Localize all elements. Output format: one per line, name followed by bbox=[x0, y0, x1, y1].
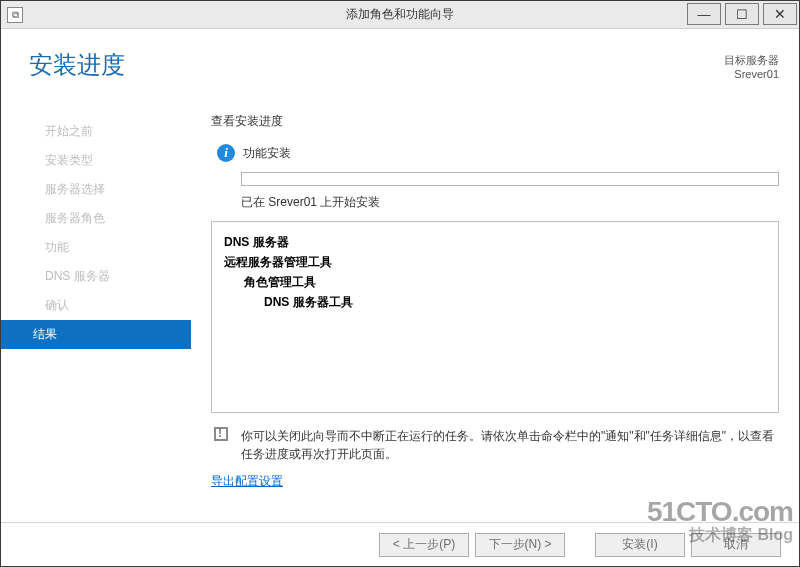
install-button[interactable]: 安装(I) bbox=[595, 533, 685, 557]
sidebar-step-begin: 开始之前 bbox=[1, 117, 191, 146]
body: 安装进度 目标服务器 Srever01 开始之前 安装类型 服务器选择 服务器角… bbox=[1, 29, 799, 522]
feature-item: 远程服务器管理工具 bbox=[224, 252, 766, 272]
note-row: ! 你可以关闭此向导而不中断正在运行的任务。请依次单击命令栏中的"通知"和"任务… bbox=[211, 427, 779, 463]
maximize-button[interactable]: ☐ bbox=[725, 3, 759, 25]
progress-message: 已在 Srever01 上开始安装 bbox=[241, 194, 779, 211]
sidebar-step-server-select: 服务器选择 bbox=[1, 175, 191, 204]
next-button[interactable]: 下一步(N) > bbox=[475, 533, 565, 557]
info-icon: i bbox=[217, 144, 235, 162]
view-progress-label: 查看安装进度 bbox=[211, 113, 779, 130]
sidebar-step-confirm: 确认 bbox=[1, 291, 191, 320]
features-box: DNS 服务器 远程服务器管理工具 角色管理工具 DNS 服务器工具 bbox=[211, 221, 779, 413]
page-title: 安装进度 bbox=[29, 49, 125, 81]
status-row: i 功能安装 bbox=[217, 144, 779, 162]
sidebar-step-dns: DNS 服务器 bbox=[1, 262, 191, 291]
app-icon: ⧉ bbox=[7, 7, 23, 23]
sidebar: 开始之前 安装类型 服务器选择 服务器角色 功能 DNS 服务器 确认 结果 bbox=[1, 99, 191, 522]
sidebar-step-server-roles: 服务器角色 bbox=[1, 204, 191, 233]
target-server-label: 目标服务器 bbox=[724, 53, 779, 67]
export-config-link[interactable]: 导出配置设置 bbox=[211, 473, 283, 490]
header-area: 安装进度 目标服务器 Srever01 bbox=[1, 29, 799, 99]
sidebar-step-features: 功能 bbox=[1, 233, 191, 262]
main-area: 开始之前 安装类型 服务器选择 服务器角色 功能 DNS 服务器 确认 结果 查… bbox=[1, 99, 799, 522]
feature-item: DNS 服务器工具 bbox=[264, 292, 766, 312]
content-pane: 查看安装进度 i 功能安装 已在 Srever01 上开始安装 DNS 服务器 … bbox=[191, 99, 799, 522]
close-button[interactable]: ✕ bbox=[763, 3, 797, 25]
target-server-name: Srever01 bbox=[724, 67, 779, 81]
minimize-button[interactable]: — bbox=[687, 3, 721, 25]
status-text: 功能安装 bbox=[243, 145, 291, 162]
target-server-info: 目标服务器 Srever01 bbox=[724, 53, 779, 81]
titlebar: ⧉ 添加角色和功能向导 — ☐ ✕ bbox=[1, 1, 799, 29]
flag-icon: ! bbox=[211, 427, 231, 451]
footer: < 上一步(P) 下一步(N) > 安装(I) 取消 bbox=[1, 522, 799, 566]
window-title: 添加角色和功能向导 bbox=[1, 6, 799, 23]
sidebar-step-install-type: 安装类型 bbox=[1, 146, 191, 175]
note-text: 你可以关闭此向导而不中断正在运行的任务。请依次单击命令栏中的"通知"和"任务详细… bbox=[241, 427, 779, 463]
wizard-window: ⧉ 添加角色和功能向导 — ☐ ✕ 安装进度 目标服务器 Srever01 开始… bbox=[0, 0, 800, 567]
cancel-button[interactable]: 取消 bbox=[691, 533, 781, 557]
feature-item: 角色管理工具 bbox=[244, 272, 766, 292]
feature-item: DNS 服务器 bbox=[224, 232, 766, 252]
prev-button[interactable]: < 上一步(P) bbox=[379, 533, 469, 557]
sidebar-step-result[interactable]: 结果 bbox=[1, 320, 191, 349]
progress-bar bbox=[241, 172, 779, 186]
window-buttons: — ☐ ✕ bbox=[685, 1, 799, 28]
